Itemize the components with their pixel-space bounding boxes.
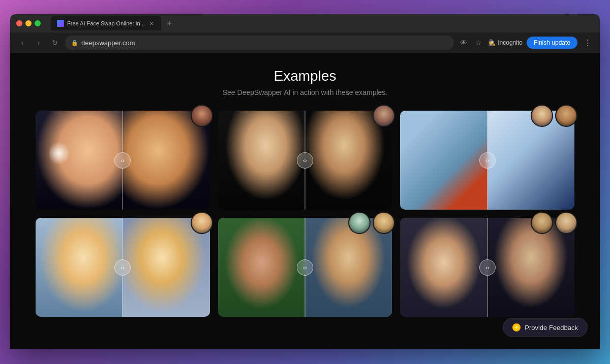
close-window-button[interactable]: [16, 20, 22, 26]
example-card-3: ‹›: [400, 111, 574, 210]
swap-handle-6[interactable]: ‹›: [479, 259, 496, 276]
example-card-2: ‹›: [218, 111, 392, 210]
face-left: [400, 111, 487, 210]
lock-icon: 🔒: [71, 40, 78, 46]
swap-handle-4[interactable]: ‹›: [114, 259, 131, 276]
page-subtitle: See DeepSwapper AI in action with these …: [223, 88, 388, 96]
example-card-6: ‹›: [400, 218, 574, 317]
card6-left: [400, 218, 487, 317]
card3-left: [400, 111, 487, 210]
face-left: [218, 111, 305, 210]
avatar-3a: [531, 105, 553, 127]
avatar-4: [191, 212, 213, 234]
active-tab[interactable]: Free AI Face Swap Online: In... ✕: [51, 16, 161, 30]
face-left: [218, 218, 305, 317]
avatar-2: [373, 105, 395, 127]
address-bar[interactable]: 🔒 deepswapper.com: [65, 36, 454, 50]
bookmark-icon[interactable]: ☆: [473, 37, 484, 49]
card2-left: [218, 111, 305, 210]
example-card-4: ‹›: [36, 218, 210, 317]
incognito-label: Incognito: [498, 39, 523, 46]
avatar-5b: [373, 212, 395, 234]
feedback-label: Provide Feedback: [525, 324, 578, 332]
back-button[interactable]: ‹: [16, 37, 28, 49]
examples-grid: ‹› ‹›: [36, 111, 574, 317]
tab-favicon: [57, 20, 64, 27]
avatar-3b: [555, 105, 577, 127]
card5-left: [218, 218, 305, 317]
reload-button[interactable]: ↻: [49, 37, 61, 49]
nav-actions: 👁 ☆ 🕵 Incognito Finish update ⋮: [458, 36, 594, 50]
forward-button[interactable]: ›: [33, 37, 45, 49]
maximize-window-button[interactable]: [35, 20, 41, 26]
card1-left: [36, 111, 123, 210]
feedback-icon: ✦: [512, 323, 521, 332]
example-card-5: ‹›: [218, 218, 392, 317]
card5-avatars: [348, 212, 395, 234]
browser-menu-button[interactable]: ⋮: [582, 36, 594, 50]
card6-avatars: [531, 212, 577, 234]
card1-image: ‹›: [36, 111, 210, 210]
incognito-icon: 🕵: [488, 39, 496, 46]
card2-image: ‹›: [218, 111, 392, 210]
page-title: Examples: [274, 68, 337, 84]
minimize-window-button[interactable]: [25, 20, 32, 26]
swap-handle-2[interactable]: ‹›: [297, 152, 313, 169]
provide-feedback-button[interactable]: ✦ Provide Feedback: [503, 318, 588, 337]
swap-handle-1[interactable]: ‹›: [114, 152, 131, 169]
nav-bar: ‹ › ↻ 🔒 deepswapper.com 👁 ☆ 🕵 Incognito …: [10, 32, 600, 53]
title-bar: Free AI Face Swap Online: In... ✕ +: [10, 14, 600, 32]
new-tab-button[interactable]: +: [163, 17, 175, 29]
face-left: [36, 218, 123, 317]
spotlight: [49, 141, 69, 166]
avatar-5a: [348, 212, 371, 234]
face-left: [400, 218, 487, 317]
avatar-6a: [531, 212, 553, 234]
card1-avatars: [191, 105, 213, 127]
example-card-1: ‹›: [36, 111, 210, 210]
tab-bar: Free AI Face Swap Online: In... ✕ +: [51, 16, 594, 30]
card3-avatars: [531, 105, 577, 127]
incognito-badge: 🕵 Incognito: [488, 39, 523, 46]
tab-close-button[interactable]: ✕: [148, 20, 155, 27]
swap-handle-5[interactable]: ‹›: [297, 259, 313, 276]
url-text: deepswapper.com: [81, 39, 135, 47]
card4-image: ‹›: [36, 218, 210, 317]
card4-left: [36, 218, 123, 317]
tab-title: Free AI Face Swap Online: In...: [67, 20, 145, 26]
eye-slash-icon[interactable]: 👁: [458, 37, 469, 49]
browser-window: Free AI Face Swap Online: In... ✕ + ‹ › …: [10, 14, 600, 349]
avatar-1: [191, 105, 213, 127]
card2-avatars: [373, 105, 395, 127]
finish-update-button[interactable]: Finish update: [527, 37, 577, 49]
avatar-6b: [555, 212, 577, 234]
face-left: [36, 111, 123, 210]
page-content: Examples See DeepSwapper AI in action wi…: [10, 53, 600, 349]
card4-avatars: [191, 212, 213, 234]
swap-handle-3[interactable]: ‹›: [479, 152, 496, 169]
traffic-lights: [16, 20, 41, 26]
